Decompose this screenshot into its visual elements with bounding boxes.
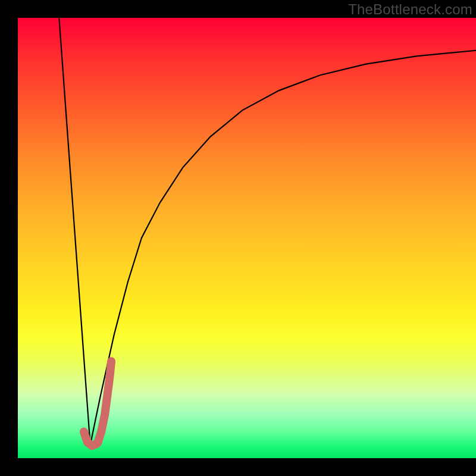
plot-area — [18, 18, 476, 458]
chart-svg — [18, 18, 476, 458]
series-j-highlight — [84, 361, 111, 446]
series-right-curve — [90, 51, 476, 445]
series-left-descent — [59, 18, 90, 445]
chart-frame: TheBottleneck.com — [0, 0, 476, 476]
watermark-text: TheBottleneck.com — [348, 1, 472, 18]
